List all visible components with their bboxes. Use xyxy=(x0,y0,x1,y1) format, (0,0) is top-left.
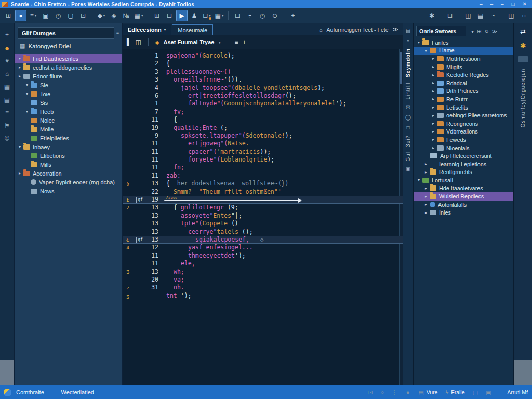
settings-flower-icon[interactable]: ✱ xyxy=(520,42,526,50)
chevron-expanded-icon[interactable]: ▾ xyxy=(17,56,23,61)
code-line[interactable]: 13ceerrye"talels (); xyxy=(123,228,403,236)
right-panel-tree-item[interactable]: ▸Mliglts xyxy=(414,63,513,71)
favorites-icon[interactable]: ♥ xyxy=(3,57,12,65)
code-line[interactable]: 9spksete.ltapuper"(Sdeotonale!); xyxy=(123,132,403,140)
sidebar-tree-item[interactable]: ▾Heeb xyxy=(15,107,122,116)
clipboard-icon[interactable]: ⊟▾ xyxy=(201,10,212,21)
chevron-expanded-icon[interactable]: ▾ xyxy=(17,144,23,149)
sidebar-tree-item[interactable]: ▾Fiid Dauthesenles xyxy=(15,54,122,63)
grid-icon[interactable]: ⊡ xyxy=(77,10,89,21)
tab-gul[interactable]: Gul xyxy=(405,152,411,162)
pause-icon[interactable]: ⊖ xyxy=(269,10,281,21)
shape-icon[interactable]: ◆▾ xyxy=(96,10,107,21)
add-icon[interactable]: + xyxy=(243,38,246,46)
help-icon[interactable]: © xyxy=(3,135,12,143)
chevron-expanded-icon[interactable]: ▾ xyxy=(24,91,30,96)
code-line[interactable]: 4jajel-toopsee"(dbalele yondletintsgels)… xyxy=(123,84,403,92)
right-panel-tree-item[interactable]: ▸Wulsled Repdiecs xyxy=(414,192,513,201)
code-line[interactable]: 22Smmm? -"Theum rfllt oshtmßen"' xyxy=(123,188,403,196)
clock-icon[interactable]: ◷ xyxy=(257,10,268,21)
right-panel-tree-item[interactable]: ▸Inles xyxy=(414,208,513,217)
sidebar-tree-item[interactable]: ▸Ednor fliure xyxy=(15,72,122,81)
sidebar-tree-item[interactable]: Noiec xyxy=(15,116,122,125)
chevron-collapsed-icon[interactable]: ▸ xyxy=(430,105,436,110)
chevron-collapsed-icon[interactable]: ▸ xyxy=(430,121,436,126)
settings-icon[interactable]: ✱ xyxy=(426,10,437,21)
code-line[interactable]: §13{ her dodestlsenwa _wollfstee~(}) xyxy=(123,180,403,188)
notes-icon[interactable]: ▤ xyxy=(406,28,410,33)
comments-icon[interactable]: ◓ xyxy=(244,10,256,21)
code-editor[interactable]: 1spajeona"(Garcole);2{3plellessuoonaye~(… xyxy=(123,49,403,385)
panel-remove-icon[interactable]: ⊟ xyxy=(164,10,175,21)
grid-icon[interactable]: ▣ xyxy=(406,166,410,172)
fast-forward-icon[interactable]: ≫ xyxy=(392,26,398,33)
chevron-down-icon[interactable]: ▾ xyxy=(471,29,474,34)
calendar-icon[interactable]: ▦ xyxy=(3,83,12,91)
view-item[interactable]: ▤Vure xyxy=(418,389,437,396)
sidebar-tree-item[interactable]: Vaper Bypldt eooer (mg dcha) xyxy=(15,178,122,187)
chevron-collapsed-icon[interactable]: ▸ xyxy=(423,162,429,166)
menu-grid-icon[interactable]: ⊞ xyxy=(3,10,14,21)
chevron-collapsed-icon[interactable]: ▸ xyxy=(17,171,23,176)
right-panel-tree-item[interactable]: ▸Motfrhestioon xyxy=(414,55,513,63)
account-item[interactable]: Arrutl Mf xyxy=(507,389,528,395)
chevron-expanded-icon[interactable]: ▾ xyxy=(24,83,30,87)
tab-moseumale[interactable]: Moseumale xyxy=(172,24,213,35)
more-icon[interactable]: ⋮ xyxy=(392,389,397,396)
square-icon[interactable]: □ xyxy=(406,125,409,130)
swap-icon[interactable]: ⇄ xyxy=(520,28,526,35)
paint-icon[interactable]: ◈ xyxy=(108,10,119,21)
chevron-expanded-icon[interactable]: ▾ xyxy=(416,178,422,182)
sidebar-tree-item[interactable]: ▸Accorration xyxy=(15,169,122,178)
sidebar-tree-item[interactable]: ▾Sle xyxy=(15,81,122,89)
feedback-dash-1[interactable]: – xyxy=(480,0,483,8)
code-line[interactable]: 11{ xyxy=(123,116,403,124)
location-icon[interactable]: ○ xyxy=(381,389,384,395)
code-line[interactable]: Łgf13sgiakalcpoesef, ◇ xyxy=(123,236,403,244)
projects-icon[interactable]: ⌂ xyxy=(3,70,12,78)
right-panel-tree-item[interactable]: ▸Letiselits xyxy=(414,103,513,112)
sidebar-tree-item[interactable]: ▾Toie xyxy=(15,89,122,98)
notes-icon[interactable]: ≡ xyxy=(3,109,12,117)
browser-icon[interactable]: ◫ xyxy=(506,10,517,21)
chevron-collapsed-icon[interactable]: ▸ xyxy=(423,202,429,207)
right-panel-tree-item[interactable]: ▾Llame xyxy=(414,47,513,55)
code-line[interactable]: 412yasf enfesiogel... xyxy=(123,244,403,251)
chevron-collapsed-icon[interactable]: ▸ xyxy=(430,137,436,142)
chevron-expanded-icon[interactable]: ▾ xyxy=(416,40,422,45)
code-line[interactable]: ƨ31oh. xyxy=(123,284,403,291)
pin-icon[interactable]: ▌ xyxy=(127,38,131,46)
code-line[interactable]: 11ertjgoweg"(Natse. xyxy=(123,140,403,148)
chevron-collapsed-icon[interactable]: ▸ xyxy=(430,56,436,61)
code-line[interactable]: 213{ gnlilottengr (9; xyxy=(123,204,403,211)
chevron-collapsed-icon[interactable]: ▸ xyxy=(430,129,436,134)
table-icon[interactable]: ▦▾ xyxy=(214,10,225,21)
circle-icon[interactable]: ◯ xyxy=(405,114,411,120)
sidebar-tree-item[interactable]: Molie xyxy=(15,125,122,134)
calendar-icon[interactable]: ▦▾ xyxy=(133,10,144,21)
chevron-collapsed-icon[interactable]: ▸ xyxy=(17,65,23,70)
run-button[interactable]: ▶ xyxy=(176,10,188,21)
code-line[interactable]: 13tpte"(Coppete () xyxy=(123,220,403,228)
panel-add-icon[interactable]: ⊞ xyxy=(151,10,163,21)
layout-icon[interactable]: ≡▾ xyxy=(28,10,39,21)
sidebar-tree-item[interactable]: Etielplieties xyxy=(15,134,122,142)
sidebar-search-options-icon[interactable]: ≡ xyxy=(116,31,119,35)
tab-3ui[interactable]: 3ui? xyxy=(405,135,411,147)
flag-icon[interactable]: ⚑ xyxy=(3,122,12,130)
vertical-panel-label[interactable]: Osmurfcy|Orgueiejun xyxy=(520,69,526,127)
chevron-collapsed-icon[interactable]: ▸ xyxy=(423,170,429,175)
maximize-button[interactable]: □ xyxy=(512,0,515,8)
chevron-expanded-icon[interactable]: ▾ xyxy=(423,48,429,53)
skip-icon[interactable]: ≫ xyxy=(492,29,497,34)
right-panel-tree-item[interactable]: ▸Hde Itaaoletvares xyxy=(414,184,513,193)
history-icon[interactable]: ◷ xyxy=(52,10,64,21)
chevron-collapsed-icon[interactable]: ▸ xyxy=(17,74,23,78)
code-line[interactable]: ʒtnt '); xyxy=(123,292,403,300)
document-icon[interactable]: ⊟ xyxy=(444,10,456,21)
minimize-button[interactable]: – xyxy=(501,0,504,8)
grid-icon[interactable]: ⊞ xyxy=(477,29,481,34)
code-line[interactable]: 13assoyete"Entes"|; xyxy=(123,212,403,220)
sidebar-tree-item[interactable]: Mills xyxy=(15,160,122,169)
chevron-collapsed-icon[interactable]: ▸ xyxy=(430,73,436,77)
